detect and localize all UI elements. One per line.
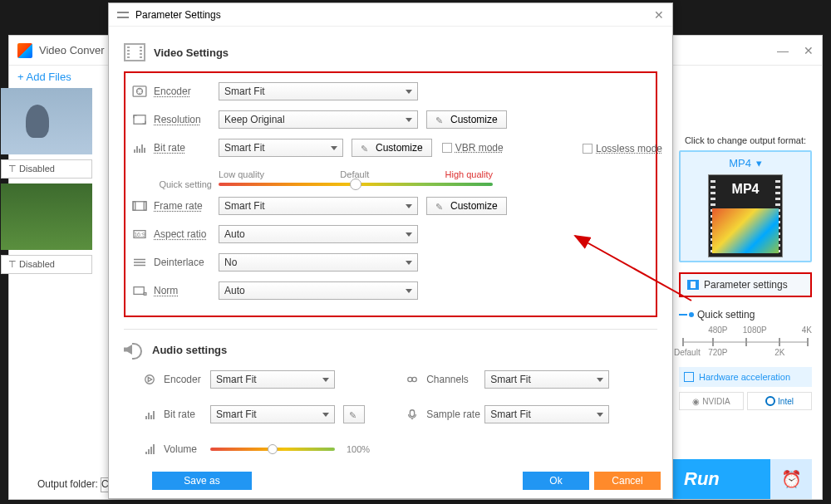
framerate-customize-button[interactable]: Customize [426, 197, 507, 215]
resolution-customize-button[interactable]: Customize [426, 110, 507, 129]
schedule-button[interactable]: ⏰ [770, 459, 812, 499]
ok-button[interactable]: Ok [523, 472, 589, 490]
chevron-down-icon [331, 146, 337, 150]
intel-icon [765, 396, 775, 406]
subtitle-disabled-label[interactable]: ⊤ Disabled [1, 159, 92, 179]
quick-setting-slider[interactable]: Default 480P 720P 1080P 2K 4K [679, 329, 812, 355]
framerate-label: Frame rate [154, 200, 219, 212]
right-sidebar: Click to change output format: MP4▾ Para… [679, 135, 812, 410]
audio-section-title: Audio settings [152, 344, 227, 356]
svg-rect-4 [133, 202, 135, 211]
svg-rect-5 [144, 202, 146, 211]
output-folder-label: Output folder: C [37, 477, 117, 492]
svg-rect-2 [134, 115, 145, 125]
framerate-dropdown[interactable]: Smart Fit [219, 197, 418, 215]
lossless-mode-checkbox[interactable]: Lossless mode [583, 143, 662, 154]
hw-accel-label: Hardware acceleration [699, 372, 790, 382]
add-files-button[interactable]: + Add Files [17, 71, 71, 83]
sliders-icon [117, 10, 129, 20]
audio-encoder-label: Encoder [164, 374, 210, 385]
save-as-button[interactable]: Save as [152, 472, 252, 490]
chevron-down-icon [406, 232, 412, 237]
pencil-icon [349, 409, 359, 419]
output-format-hint: Click to change output format: [679, 135, 812, 145]
svg-rect-7 [134, 287, 144, 295]
pencil-icon [435, 201, 445, 211]
volume-label: Volume [164, 443, 210, 455]
audio-encoder-dropdown[interactable]: Smart Fit [210, 370, 335, 389]
format-thumbnail-icon [708, 174, 783, 257]
aspect-dropdown[interactable]: Auto [219, 225, 418, 243]
bitrate-icon [130, 141, 149, 154]
encoder-label: Encoder [154, 86, 219, 97]
parameter-settings-button[interactable]: Parameter settings [679, 272, 812, 297]
channels-dropdown[interactable]: Smart Fit [484, 370, 609, 389]
nvidia-icon: ◉ [692, 397, 700, 406]
pencil-icon [361, 143, 371, 153]
tick-480p: 480P [708, 325, 727, 335]
bitrate-dropdown[interactable]: Smart Fit [219, 139, 343, 157]
deinterlace-dropdown[interactable]: No [219, 253, 418, 272]
chevron-down-icon [406, 90, 412, 94]
chevron-down-icon [322, 413, 329, 417]
volume-slider[interactable] [210, 448, 335, 451]
chevron-down-icon [322, 378, 329, 382]
nvidia-badge: ◉NVIDIA [679, 392, 744, 410]
svg-rect-12 [411, 410, 415, 417]
chevron-down-icon [597, 378, 603, 382]
deinterlace-label: Deinterlace [154, 257, 219, 268]
tick-4k: 4K [802, 325, 812, 335]
resolution-icon [130, 113, 149, 126]
svg-point-11 [412, 377, 416, 381]
encoder-dropdown[interactable]: Smart Fit [219, 82, 418, 100]
cancel-button[interactable]: Cancel [594, 472, 661, 490]
run-button[interactable]: Run [684, 468, 720, 490]
output-format-selector[interactable]: MP4▾ [679, 150, 812, 262]
volume-icon [140, 443, 159, 456]
aspect-label: Aspect ratio [154, 228, 219, 240]
quick-setting-caption: Quick setting [154, 164, 219, 189]
chevron-down-icon [406, 204, 412, 208]
hardware-acceleration-toggle[interactable]: Hardware acceleration [679, 367, 812, 387]
samplerate-label: Sample rate [426, 409, 484, 420]
minimize-icon[interactable]: — [777, 44, 789, 57]
run-bar: Run ⏰ [662, 459, 812, 499]
slider-knob[interactable] [268, 444, 278, 454]
app-title: Video Conver [39, 44, 105, 56]
encoder-icon [130, 85, 149, 98]
quick-setting-label: Quick setting [679, 309, 812, 321]
channels-icon [403, 373, 421, 386]
tick-720p: 720P [708, 348, 727, 357]
video-thumbnail[interactable] [1, 183, 92, 250]
subtitle-disabled-label[interactable]: ⊤ Disabled [1, 255, 92, 274]
channels-label: Channels [426, 374, 484, 385]
chevron-down-icon [406, 118, 412, 122]
dialog-close-button[interactable]: ✕ [654, 8, 664, 22]
low-quality-label: Low quality [219, 169, 264, 179]
quality-slider[interactable] [219, 183, 493, 186]
svg-rect-8 [144, 293, 146, 296]
video-thumbnail[interactable] [1, 88, 92, 154]
resolution-dropdown[interactable]: Keep Original [219, 110, 418, 129]
chevron-down-icon [597, 413, 603, 417]
volume-percent: 100% [347, 444, 370, 454]
slider-knob[interactable] [350, 179, 361, 190]
audio-bitrate-customize-button[interactable] [343, 405, 365, 423]
samplerate-dropdown[interactable]: Smart Fit [484, 405, 609, 423]
samplerate-icon [403, 408, 421, 421]
audio-bitrate-dropdown[interactable]: Smart Fit [210, 405, 335, 423]
video-section-icon [124, 43, 145, 61]
norm-dropdown[interactable]: Auto [219, 281, 418, 300]
deinterlace-icon [130, 256, 149, 269]
sliders-icon [687, 280, 699, 290]
audio-bitrate-icon [140, 408, 159, 421]
chevron-down-icon [406, 289, 412, 293]
norm-icon [130, 284, 149, 297]
close-icon[interactable]: ✕ [804, 44, 814, 57]
vbr-mode-checkbox[interactable]: VBR mode [442, 142, 504, 154]
audio-bitrate-label: Bit rate [164, 409, 210, 420]
tick-2k: 2K [774, 348, 784, 357]
bitrate-customize-button[interactable]: Customize [352, 139, 432, 157]
audio-encoder-icon [140, 373, 159, 386]
pencil-icon [435, 115, 445, 125]
